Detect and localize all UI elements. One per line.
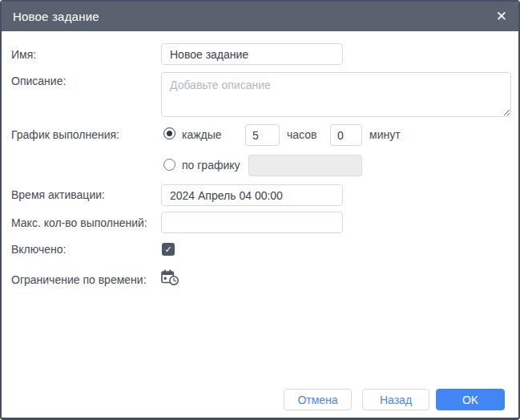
minutes-unit-label: минут [369,128,401,141]
dialog-body: Имя: Описание: График выполнения: каждые… [2,31,518,418]
time-limit-label: Ограничение по времени: [11,273,147,286]
back-button[interactable]: Назад [362,389,429,410]
max-executions-label: Макс. кол-во выполнений: [11,216,147,229]
new-task-dialog: Новое задание ✕ Имя: Описание: График вы… [0,0,520,420]
radio-by-schedule-label: по графику [182,159,240,172]
cron-input[interactable] [248,155,362,176]
radio-by-schedule[interactable] [163,159,175,171]
radio-every[interactable] [163,127,175,139]
description-label: Описание: [11,75,66,87]
enabled-checkbox[interactable]: ✓ [162,243,175,256]
close-icon[interactable]: ✕ [496,2,507,31]
name-input[interactable] [161,43,343,65]
radio-every-label: каждые [182,128,222,141]
activation-time-label: Время активации: [11,188,105,201]
ok-button[interactable]: OK [436,389,505,410]
dialog-title: Новое задание [13,10,99,23]
dialog-header: Новое задание ✕ [2,2,518,31]
max-executions-input[interactable] [161,212,343,233]
activation-time-input[interactable] [161,184,343,206]
name-label: Имя: [11,48,36,61]
description-textarea[interactable] [161,72,511,117]
enabled-label: Включено: [11,243,66,256]
minutes-input[interactable] [330,124,362,146]
schedule-label: График выполнения: [11,128,119,141]
hours-unit-label: часов [287,128,316,141]
cancel-button[interactable]: Отмена [284,389,352,410]
calendar-clock-icon[interactable] [161,269,179,287]
hours-input[interactable] [245,124,280,146]
